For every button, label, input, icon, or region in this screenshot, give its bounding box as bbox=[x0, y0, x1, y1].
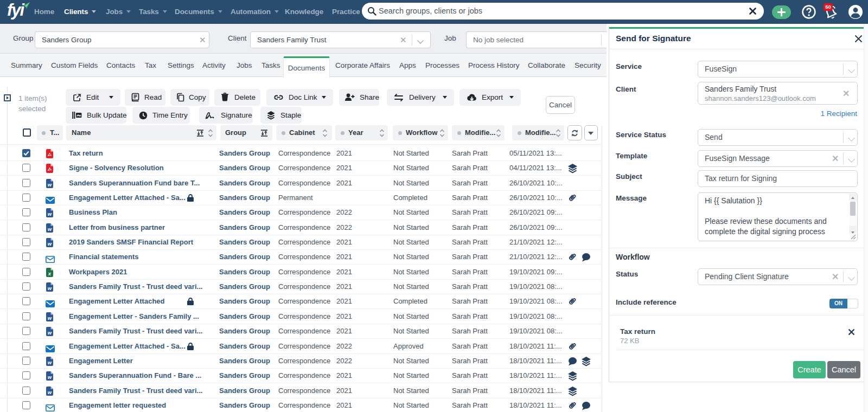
svg-text:w: w bbox=[48, 315, 52, 321]
svg-text:w: w bbox=[48, 330, 52, 336]
svg-text:w: w bbox=[48, 389, 52, 395]
svg-text:w: w bbox=[48, 374, 52, 380]
svg-text:x: x bbox=[48, 271, 52, 276]
svg-text:w: w bbox=[48, 285, 52, 291]
svg-text:w: w bbox=[48, 211, 52, 217]
svg-text:w: w bbox=[48, 226, 52, 232]
svg-text:w: w bbox=[48, 241, 52, 247]
svg-text:w: w bbox=[48, 359, 52, 365]
svg-text:w: w bbox=[48, 182, 52, 188]
